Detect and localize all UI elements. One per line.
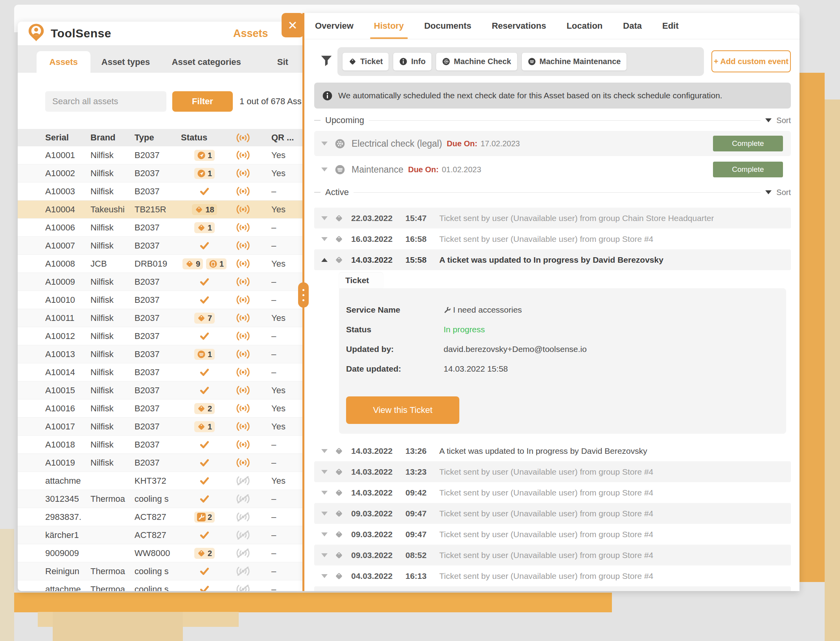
cell-qr: Yes — [271, 385, 304, 396]
event-text: Ticket sent by user (Unavailable user) f… — [439, 488, 653, 497]
status-badge: 1 — [194, 150, 215, 161]
cell-brand: Nilfisk — [90, 168, 134, 179]
assets-tab[interactable]: Assets — [37, 51, 90, 73]
table-row[interactable]: A10006 Nilfisk B2037 1 – — [18, 219, 304, 237]
table-row[interactable]: A10010 Nilfisk B2037 – — [18, 291, 304, 309]
filter-button[interactable]: Filter — [172, 91, 233, 112]
table-row[interactable]: A10012 Nilfisk B2037 – — [18, 327, 304, 345]
detail-tab[interactable]: Location — [566, 13, 604, 39]
cell-signal — [228, 494, 271, 503]
event-row[interactable]: 04.03.2022 16:10 Ticket sent by user (Un… — [314, 586, 791, 591]
detail-tab[interactable]: History — [373, 13, 405, 39]
table-row[interactable]: A10013 Nilfisk B2037 1 – — [18, 345, 304, 363]
maint-icon — [197, 350, 206, 359]
table-row[interactable]: A10007 Nilfisk B2037 – — [18, 237, 304, 255]
detail-tab[interactable]: Documents — [424, 13, 472, 39]
event-row[interactable]: 14.03.2022 13:26 A ticket was updated to… — [314, 440, 791, 461]
left-tabstrip: AssetsAsset typesAsset categoriesSit — [18, 45, 304, 73]
table-row[interactable]: A10009 Nilfisk B2037 – — [18, 273, 304, 291]
upcoming-item[interactable]: Maintenance Due On: 01.02.2023 Complete — [314, 157, 791, 182]
filter-chip[interactable]: Ticket — [342, 52, 389, 71]
event-row[interactable]: 09.03.2022 08:52 Ticket sent by user (Un… — [314, 545, 791, 565]
event-row[interactable]: 04.03.2022 16:13 Ticket sent by user (Un… — [314, 565, 791, 586]
table-row[interactable]: 3012345 Thermoa cooling s – — [18, 490, 304, 508]
detail-tab[interactable]: Edit — [661, 13, 680, 39]
complete-button[interactable]: Complete — [713, 136, 783, 151]
table-row[interactable]: A10019 Nilfisk B2037 – — [18, 454, 304, 472]
chevron-icon[interactable] — [321, 512, 328, 516]
sort-label[interactable]: Sort — [776, 116, 791, 125]
chevron-icon[interactable] — [321, 237, 328, 241]
chevron-icon[interactable] — [321, 553, 328, 557]
cell-brand: Thermoa — [90, 584, 134, 591]
chevron-icon[interactable] — [321, 216, 328, 220]
table-row[interactable]: A10008 JCB DRB019 91 Yes — [18, 255, 304, 273]
chevron-icon[interactable] — [321, 491, 328, 495]
filter-chip[interactable]: Info — [393, 52, 432, 71]
table-row[interactable]: A10015 Nilfisk B2037 Yes — [18, 381, 304, 400]
column-signal[interactable] — [228, 133, 271, 142]
table-row[interactable]: Reinigun Thermoa cooling s – — [18, 562, 304, 580]
column-serial[interactable]: Serial — [45, 133, 90, 143]
table-row[interactable]: attachme KHT372 Yes — [18, 472, 304, 490]
cell-status — [181, 477, 228, 485]
chevron-up-icon[interactable] — [321, 258, 328, 262]
event-row[interactable]: 16.03.2022 16:58 Ticket sent by user (Un… — [314, 228, 791, 249]
chevron-down-icon[interactable] — [321, 142, 328, 146]
filter-chip[interactable]: Machine Check — [436, 52, 518, 71]
table-row[interactable]: attachme Thermoa cooling s – — [18, 580, 304, 591]
assets-tab[interactable]: Sit — [262, 51, 304, 73]
event-row[interactable]: 09.03.2022 09:47 Ticket sent by user (Un… — [314, 503, 791, 524]
chevron-icon[interactable] — [321, 574, 328, 578]
table-row[interactable]: A10016 Nilfisk B2037 2 Yes — [18, 400, 304, 418]
column-brand[interactable]: Brand — [90, 133, 134, 143]
table-row[interactable]: A10017 Nilfisk B2037 1 Yes — [18, 418, 304, 436]
chevron-icon[interactable] — [321, 470, 328, 474]
upcoming-item[interactable]: Electrical check (legal) Due On: 17.02.2… — [314, 131, 791, 156]
assets-tab[interactable]: Asset categories — [171, 51, 241, 73]
table-row[interactable]: A10011 Nilfisk B2037 7 Yes — [18, 309, 304, 327]
signal-off-icon — [236, 567, 250, 576]
divider-drag-handle[interactable] — [298, 282, 309, 308]
ticket-field-row: Date updated: 14.03.2022 15:58 — [346, 364, 508, 374]
view-ticket-button[interactable]: View this Ticket — [346, 396, 459, 424]
close-panel-button[interactable]: ✕ — [282, 13, 304, 37]
chevron-down-icon[interactable] — [321, 168, 328, 171]
chevron-icon[interactable] — [321, 449, 328, 453]
table-row[interactable]: kärcher1 ACT827 – — [18, 526, 304, 544]
ticket-card-tab[interactable]: Ticket — [339, 273, 383, 288]
table-row[interactable]: 2983837. ACT827 2 – — [18, 508, 304, 526]
table-row[interactable]: A10014 Nilfisk B2037 – — [18, 363, 304, 381]
column-type[interactable]: Type — [134, 133, 181, 143]
sort-label[interactable]: Sort — [776, 188, 791, 197]
search-input[interactable] — [45, 91, 166, 112]
check-icon — [199, 386, 210, 395]
chip-label: Ticket — [360, 57, 383, 66]
table-row[interactable]: 9009009 WW8000 2 – — [18, 544, 304, 562]
event-row[interactable]: 14.03.2022 09:42 Ticket sent by user (Un… — [314, 482, 791, 503]
cell-status: 1 — [181, 421, 228, 432]
table-row[interactable]: A10018 Nilfisk B2037 – — [18, 436, 304, 454]
event-row[interactable]: 14.03.2022 13:23 Ticket sent by user (Un… — [314, 461, 791, 482]
assets-tab[interactable]: Asset types — [99, 51, 152, 73]
table-row[interactable]: A10003 Nilfisk B2037 – — [18, 182, 304, 201]
table-row[interactable]: A10004 Takeushi TB215R 18 Yes — [18, 201, 304, 219]
detail-tab[interactable]: Overview — [314, 13, 354, 39]
filter-chip[interactable]: Machine Maintenance — [521, 52, 627, 71]
column-status[interactable]: Status — [181, 133, 228, 143]
filter-funnel-icon[interactable] — [320, 55, 333, 67]
complete-button[interactable]: Complete — [713, 162, 783, 177]
event-row[interactable]: 14.03.2022 15:58 A ticket was updated to… — [314, 249, 791, 270]
column-qr[interactable]: QR ... — [271, 133, 304, 143]
event-row[interactable]: 22.03.2022 15:47 Ticket sent by user (Un… — [314, 208, 791, 228]
detail-tab[interactable]: Reservations — [491, 13, 547, 39]
detail-tab[interactable]: Data — [622, 13, 643, 39]
sort-caret-icon[interactable] — [765, 118, 772, 122]
table-row[interactable]: A10002 Nilfisk B2037 1 Yes — [18, 164, 304, 182]
add-custom-event-button[interactable]: + Add custom event — [711, 50, 791, 72]
event-row[interactable]: 09.03.2022 09:47 Ticket sent by user (Un… — [314, 524, 791, 545]
sort-caret-icon[interactable] — [765, 190, 772, 194]
chevron-icon[interactable] — [321, 532, 328, 536]
table-row[interactable]: A10001 Nilfisk B2037 1 Yes — [18, 146, 304, 164]
cell-signal — [228, 512, 271, 521]
